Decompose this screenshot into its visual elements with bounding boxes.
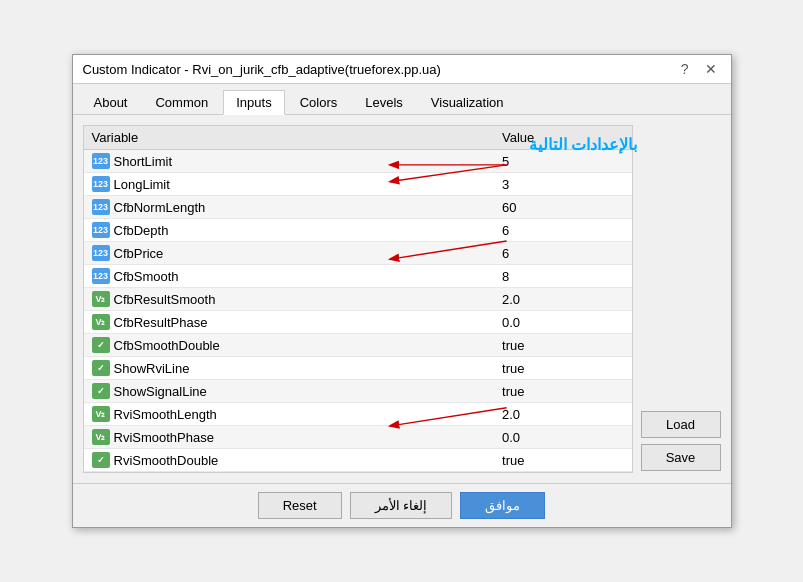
tab-common[interactable]: Common: [142, 90, 221, 114]
table-row[interactable]: ✓ShowSignalLinetrue: [84, 380, 632, 403]
double-icon: V₂: [92, 291, 110, 307]
integer-icon: 123: [92, 268, 110, 284]
reset-button[interactable]: Reset: [258, 492, 342, 519]
tab-colors[interactable]: Colors: [287, 90, 351, 114]
integer-icon: 123: [92, 153, 110, 169]
table-row[interactable]: 123CfbDepth6: [84, 219, 632, 242]
window-title: Custom Indicator - Rvi_on_jurik_cfb_adap…: [83, 62, 441, 77]
table-row[interactable]: ✓ShowRviLinetrue: [84, 357, 632, 380]
content-area: Variable Value 123ShortLimit5123LongLimi…: [73, 115, 731, 483]
help-button[interactable]: ?: [677, 61, 693, 77]
integer-icon: 123: [92, 222, 110, 238]
main-window: Custom Indicator - Rvi_on_jurik_cfb_adap…: [72, 54, 732, 528]
integer-icon: 123: [92, 176, 110, 192]
table-row[interactable]: ✓RviSmoothDoubletrue: [84, 449, 632, 472]
tab-levels[interactable]: Levels: [352, 90, 416, 114]
double-icon: V₂: [92, 314, 110, 330]
table-row[interactable]: V₂RviSmoothLength2.0: [84, 403, 632, 426]
double-icon: V₂: [92, 429, 110, 445]
variable-value: true: [494, 334, 631, 357]
variable-name: CfbSmooth: [114, 269, 179, 284]
col-variable-header: Variable: [84, 126, 495, 150]
variable-value: true: [494, 357, 631, 380]
variable-name: ShowSignalLine: [114, 384, 207, 399]
tab-bar: About Common Inputs Colors Levels Visual…: [73, 84, 731, 115]
cancel-button[interactable]: إلغاء الأمر: [350, 492, 453, 519]
variables-table: Variable Value 123ShortLimit5123LongLimi…: [84, 126, 632, 472]
variable-value: 6: [494, 219, 631, 242]
table-row[interactable]: V₂CfbResultPhase0.0: [84, 311, 632, 334]
footer: Reset إلغاء الأمر موافق: [73, 483, 731, 527]
title-bar: Custom Indicator - Rvi_on_jurik_cfb_adap…: [73, 55, 731, 84]
window-controls: ? ✕: [677, 61, 721, 77]
tab-inputs[interactable]: Inputs: [223, 90, 284, 115]
integer-icon: 123: [92, 199, 110, 215]
table-row[interactable]: 123CfbSmooth8: [84, 265, 632, 288]
variable-name: CfbResultSmooth: [114, 292, 216, 307]
bool-icon: ✓: [92, 360, 110, 376]
variable-name: CfbPrice: [114, 246, 164, 261]
variable-name: CfbSmoothDouble: [114, 338, 220, 353]
variable-value: 0.0: [494, 426, 631, 449]
variable-name: RviSmoothPhase: [114, 430, 214, 445]
side-buttons: Load Save: [641, 125, 721, 473]
variable-value: 6: [494, 242, 631, 265]
variable-name: CfbDepth: [114, 223, 169, 238]
bool-icon: ✓: [92, 452, 110, 468]
load-button[interactable]: Load: [641, 411, 721, 438]
variable-name: RviSmoothLength: [114, 407, 217, 422]
variable-name: CfbNormLength: [114, 200, 206, 215]
variable-value: true: [494, 380, 631, 403]
variable-name: LongLimit: [114, 177, 170, 192]
variable-value: 3: [494, 173, 631, 196]
variable-value: 2.0: [494, 403, 631, 426]
integer-icon: 123: [92, 245, 110, 261]
ok-button[interactable]: موافق: [460, 492, 545, 519]
bool-icon: ✓: [92, 337, 110, 353]
variables-table-area: Variable Value 123ShortLimit5123LongLimi…: [83, 125, 633, 473]
close-button[interactable]: ✕: [701, 61, 721, 77]
bool-icon: ✓: [92, 383, 110, 399]
variable-value: true: [494, 449, 631, 472]
variable-value: 60: [494, 196, 631, 219]
table-row[interactable]: ✓CfbSmoothDoubletrue: [84, 334, 632, 357]
variable-name: CfbResultPhase: [114, 315, 208, 330]
variable-name: ShowRviLine: [114, 361, 190, 376]
table-wrapper[interactable]: Variable Value 123ShortLimit5123LongLimi…: [84, 126, 632, 472]
variable-name: RviSmoothDouble: [114, 453, 219, 468]
variable-value: 8: [494, 265, 631, 288]
tab-about[interactable]: About: [81, 90, 141, 114]
double-icon: V₂: [92, 406, 110, 422]
tab-visualization[interactable]: Visualization: [418, 90, 517, 114]
variable-value: 2.0: [494, 288, 631, 311]
table-row[interactable]: 123LongLimit3: [84, 173, 632, 196]
table-row[interactable]: V₂CfbResultSmooth2.0: [84, 288, 632, 311]
save-button[interactable]: Save: [641, 444, 721, 471]
table-row[interactable]: 123CfbPrice6: [84, 242, 632, 265]
table-row[interactable]: V₂RviSmoothPhase0.0: [84, 426, 632, 449]
annotation-text: بالإعدادات التالية: [529, 135, 637, 154]
variable-value: 0.0: [494, 311, 631, 334]
table-row[interactable]: 123CfbNormLength60: [84, 196, 632, 219]
variable-name: ShortLimit: [114, 154, 173, 169]
